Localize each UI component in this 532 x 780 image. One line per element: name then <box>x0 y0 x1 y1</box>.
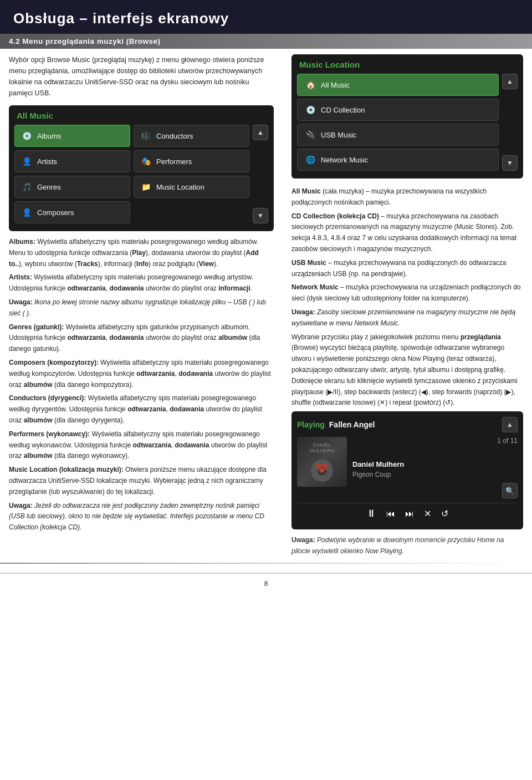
music-location-inner: 🏠 All Music 💿 CD Collection 🔌 USB Music <box>297 74 518 171</box>
ctrl-next[interactable]: ⏭ <box>403 508 416 520</box>
ctrl-repeat[interactable]: ↺ <box>439 507 451 520</box>
playing-body: DANIEL MULHERN 1 of 11 Daniel Mulhern <box>297 437 518 498</box>
intro-paragraph: Wybór opcji Browse Music (przeglądaj muz… <box>9 54 274 99</box>
all-music-panel-inner: 💿 Albums 🎼 Conductors 👤 Artists <box>14 125 268 223</box>
btn-genres[interactable]: 🎵 Genres <box>14 176 130 198</box>
btn-genres-label: Genres <box>37 183 61 191</box>
playing-nav-arrows: ▲ <box>502 417 518 432</box>
album-art-inner: DANIEL MULHERN <box>297 437 347 487</box>
ml-arrow-down[interactable]: ▼ <box>502 155 518 171</box>
btn-composers-label: Composers <box>37 208 74 217</box>
playing-label: Playing <box>297 420 325 429</box>
ml-network-music[interactable]: 🌐 Network Music <box>297 149 499 171</box>
desc-performers: Performers (wykonawcy): Wyświetla alfabe… <box>9 429 274 462</box>
right-column: Music Location 🏠 All Music 💿 CD Collecti… <box>283 49 532 563</box>
left-column: Wybór opcji Browse Music (przeglądaj muz… <box>0 49 283 563</box>
all-music-grid-wrapper: 💿 Albums 🎼 Conductors 👤 Artists <box>14 125 249 223</box>
btn-albums-label: Albums <box>37 132 61 140</box>
playing-note: Uwaga: Podwójne wybranie w dowolnym mome… <box>291 535 523 557</box>
btn-artists[interactable]: 👤 Artists <box>14 150 130 172</box>
album-art-text: DANIEL MULHERN <box>297 439 347 457</box>
btn-conductors[interactable]: 🎼 Conductors <box>134 125 249 147</box>
desc-all-music: All Music (cała muzyka) – muzyka przecho… <box>291 186 523 208</box>
desc-cd-collection: CD Collection (kolekcja CD) – muzyka prz… <box>291 211 523 255</box>
playing-controls: ⏸ ⏮ ⏭ ✕ ↺ <box>297 503 518 524</box>
right-desc: All Music (cała muzyka) – muzyka przecho… <box>291 186 523 409</box>
composers-icon: 👤 <box>21 206 33 218</box>
desc-music-location: Music Location (lokalizacja muzyki): Otw… <box>9 465 274 497</box>
playing-album: Pigeon Coup <box>352 471 518 478</box>
all-music-grid: 💿 Albums 🎼 Conductors 👤 Artists <box>14 125 249 223</box>
desc-albums: Albums: Wyświetla alfabetyczny spis mate… <box>9 237 274 269</box>
music-location-arrows: ▲ ▼ <box>502 74 518 171</box>
music-location-title: Music Location <box>297 60 518 69</box>
music-location-panel: Music Location 🏠 All Music 💿 CD Collecti… <box>291 54 523 179</box>
playing-panel: Playing Fallen Angel ▲ DANIEL MULHERN <box>291 411 523 529</box>
ml-network-label: Network Music <box>321 156 368 164</box>
all-music-title: All Music <box>14 111 268 120</box>
desc-browse-note: Wybranie przycisku play z jakiegokolwiek… <box>291 332 523 409</box>
playing-info: 1 of 11 Daniel Mulhern Pigeon Coup 🔍 <box>352 437 518 498</box>
btn-performers-label: Performers <box>156 157 192 166</box>
main-content: Wybór opcji Browse Music (przeglądaj muz… <box>0 49 532 563</box>
btn-music-location[interactable]: 📁 Music Location <box>134 176 249 198</box>
playing-header: Playing Fallen Angel ▲ <box>297 417 518 432</box>
desc-conductors: Conductors (dyrygenci): Wyświetla alfabe… <box>9 393 274 426</box>
desc-network-note: Uwaga: Zasoby sieciowe przemianowane na … <box>291 307 523 329</box>
playing-track-title: Fallen Angel <box>329 420 375 429</box>
album-art: DANIEL MULHERN <box>297 437 347 487</box>
ml-usb-icon: 🔌 <box>304 129 316 141</box>
ml-cd-icon: 💿 <box>304 104 316 116</box>
page-header: Obsługa – interfejs ekranowy <box>0 0 532 34</box>
ctrl-pause[interactable]: ⏸ <box>364 507 378 521</box>
ctrl-shuffle[interactable]: ✕ <box>422 507 433 520</box>
desc-left: Albums: Wyświetla alfabetyczny spis mate… <box>9 237 274 533</box>
desc-composers: Composers (kompozytorzy): Wyświetla alfa… <box>9 358 274 390</box>
albums-icon: 💿 <box>21 130 33 142</box>
ml-all-music[interactable]: 🏠 All Music <box>297 74 499 96</box>
arrow-down[interactable]: ▼ <box>253 208 268 223</box>
section-heading-text: 4.2 Menu przeglądania muzyki (Browse) <box>9 37 161 45</box>
section-divider <box>0 563 532 564</box>
btn-music-location-label: Music Location <box>156 183 204 191</box>
ml-arrow-up[interactable]: ▲ <box>502 74 518 89</box>
btn-performers[interactable]: 🎭 Performers <box>134 150 249 172</box>
all-music-arrows: ▲ ▼ <box>253 125 268 223</box>
desc-network-music: Network Music – muzyka przechowywana na … <box>291 282 523 304</box>
ml-cd-collection[interactable]: 💿 CD Collection <box>297 99 499 121</box>
desc-artists: Artists: Wyświetla alfabetyczny spis mat… <box>9 272 274 294</box>
desc-artists-note: Uwaga: Ikona po lewej stronie nazwy albu… <box>9 297 274 319</box>
btn-composers[interactable]: 👤 Composers <box>14 201 130 223</box>
ml-cd-label: CD Collection <box>321 106 365 114</box>
page-footer: 8 <box>0 573 532 593</box>
all-music-panel: All Music 💿 Albums 🎼 Conductors <box>9 105 274 231</box>
desc-genres: Genres (gatunki): Wyświetla alfabetyczny… <box>9 322 274 355</box>
ml-usb-music[interactable]: 🔌 USB Music <box>297 124 499 146</box>
genres-icon: 🎵 <box>21 181 33 193</box>
ml-all-music-label: All Music <box>321 81 350 89</box>
track-count: 1 of 11 <box>352 437 518 445</box>
btn-albums[interactable]: 💿 Albums <box>14 125 130 147</box>
album-art-svg <box>308 457 336 485</box>
artists-icon: 👤 <box>21 155 33 167</box>
playing-search-btn[interactable]: 🔍 <box>502 483 518 498</box>
arrow-up[interactable]: ▲ <box>253 125 268 140</box>
conductors-icon: 🎼 <box>140 130 152 142</box>
ctrl-prev[interactable]: ⏮ <box>384 508 397 520</box>
btn-conductors-label: Conductors <box>156 132 193 140</box>
music-location-list: 🏠 All Music 💿 CD Collection 🔌 USB Music <box>297 74 499 171</box>
section-heading: 4.2 Menu przeglądania muzyki (Browse) <box>0 34 532 49</box>
btn-artists-label: Artists <box>37 157 57 166</box>
desc-music-location-note: Uwaga: Jeżeli do odtwarzacza nie jest po… <box>9 501 274 533</box>
desc-usb-music: USB Music – muzyka przechowywana na podł… <box>291 258 523 280</box>
playing-arrow-up[interactable]: ▲ <box>502 417 518 432</box>
ml-usb-label: USB Music <box>321 131 356 139</box>
ml-network-icon: 🌐 <box>304 154 316 166</box>
page-title: Obsługa – interfejs ekranowy <box>13 10 519 27</box>
performers-icon: 🎭 <box>140 155 152 167</box>
ml-home-icon: 🏠 <box>304 79 316 91</box>
playing-artist: Daniel Mulhern <box>352 460 518 468</box>
music-location-icon: 📁 <box>140 181 152 193</box>
page-number: 8 <box>264 579 268 588</box>
